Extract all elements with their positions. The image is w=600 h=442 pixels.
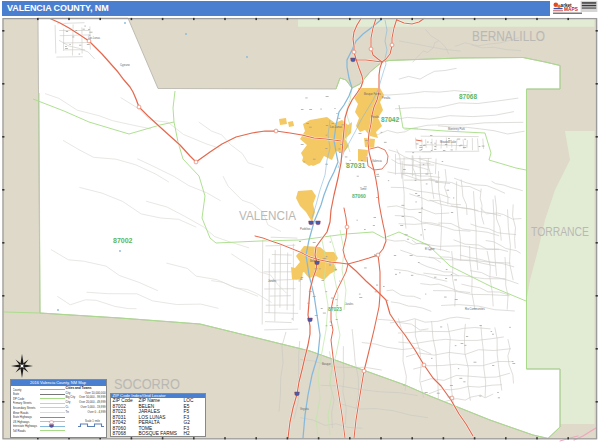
svg-text:SOCORRO: SOCORRO (114, 375, 180, 392)
svg-text:Meadow Lake: Meadow Lake (440, 140, 457, 144)
svg-text:87023: 87023 (328, 306, 342, 312)
svg-text:87060: 87060 (352, 193, 366, 199)
svg-text:Jarales: Jarales (345, 302, 354, 306)
svg-text:Peralta: Peralta (371, 115, 380, 119)
svg-text:87002: 87002 (113, 237, 133, 244)
svg-text:Belen: Belen (310, 259, 317, 263)
svg-text:87068: 87068 (459, 93, 477, 100)
svg-text:87031: 87031 (346, 162, 366, 169)
svg-text:Monterey Park: Monterey Park (448, 127, 466, 131)
svg-text:Veguita: Veguita (300, 407, 309, 411)
svg-text:Cyprano: Cyprano (120, 63, 130, 67)
svg-text:BERNALILLO: BERNALILLO (472, 28, 545, 44)
svg-text:VALENCIA: VALENCIA (239, 209, 297, 223)
svg-text:87042: 87042 (381, 116, 399, 123)
svg-text:Los Lunas: Los Lunas (330, 125, 343, 129)
svg-text:Pueblitos: Pueblitos (300, 227, 311, 231)
svg-text:El Cerro: El Cerro (425, 247, 435, 251)
svg-text:MAPS: MAPS (564, 7, 579, 12)
svg-text:Tome: Tome (360, 187, 367, 191)
svg-text:Los Lunas: Los Lunas (88, 36, 101, 40)
svg-text:Rio Communities: Rio Communities (465, 307, 485, 311)
svg-text:TORRANCE: TORRANCE (531, 225, 589, 239)
svg-text:Valencia: Valencia (372, 159, 382, 163)
svg-text:Bosque: Bosque (322, 362, 331, 366)
svg-text:Bosque Farms: Bosque Farms (364, 92, 382, 96)
svg-text:Scale 1: mile: Scale 1: mile (85, 420, 100, 424)
svg-text:Peralta: Peralta (382, 96, 391, 100)
svg-text:Jarales: Jarales (268, 279, 277, 283)
